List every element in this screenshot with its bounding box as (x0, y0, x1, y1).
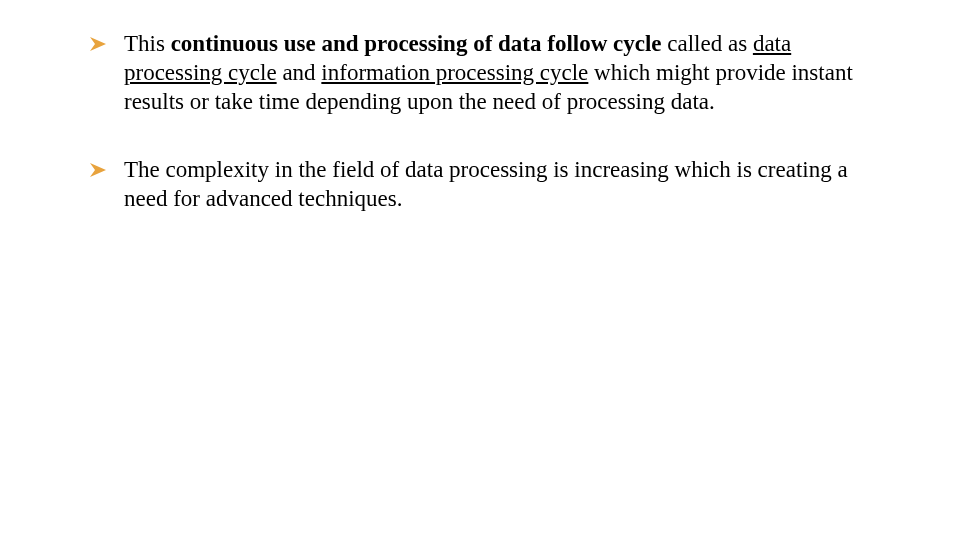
arrow-bullet-icon (90, 163, 106, 177)
text-segment: called as (662, 31, 753, 56)
slide-content: This continuous use and processing of da… (0, 0, 960, 284)
arrow-bullet-icon (90, 37, 106, 51)
text-bold-segment: continuous use and processing of data fo… (171, 31, 662, 56)
text-segment: This (124, 31, 171, 56)
bullet-text: The complexity in the field of data proc… (124, 156, 890, 214)
bullet-item: The complexity in the field of data proc… (90, 156, 890, 214)
text-underline-segment: information processing cycle (321, 60, 588, 85)
bullet-text: This continuous use and processing of da… (124, 30, 890, 116)
bullet-item: This continuous use and processing of da… (90, 30, 890, 116)
svg-marker-0 (90, 37, 106, 51)
svg-marker-1 (90, 163, 106, 177)
text-segment: The complexity in the field of data proc… (124, 157, 848, 211)
text-segment: and (277, 60, 322, 85)
